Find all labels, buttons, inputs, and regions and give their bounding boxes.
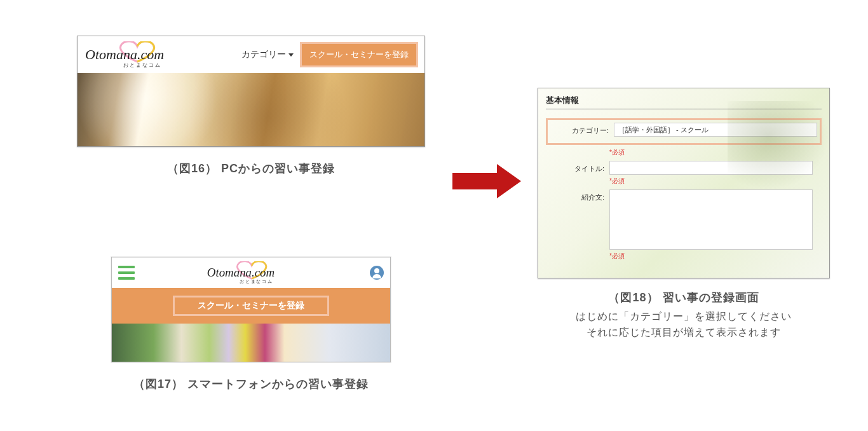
form-row-intro: 紹介文: *必須 [546, 189, 822, 261]
caret-down-icon [288, 53, 294, 57]
title-input[interactable] [609, 161, 813, 175]
required-badge: *必須 [609, 252, 822, 261]
section-title-basic-info: 基本情報 [546, 95, 822, 109]
hero-image-bread [78, 73, 424, 146]
required-badge: *必須 [609, 177, 822, 186]
hamburger-menu-icon[interactable] [118, 266, 135, 280]
site-logo[interactable] [84, 41, 192, 68]
pc-navbar: カテゴリー スクール・セミナーを登録 [78, 36, 424, 73]
sp-topbar [112, 257, 390, 288]
figure-17: スクール・セミナーを登録 （図17） スマートフォンからの習い事登録 [111, 257, 391, 392]
figure-18-note-2: それに応じた項目が増えて表示されます [538, 326, 830, 339]
pc-header-screenshot: カテゴリー スクール・セミナーを登録 [77, 36, 425, 147]
sp-register-band: スクール・セミナーを登録 [112, 288, 390, 324]
category-dropdown[interactable]: カテゴリー [241, 49, 294, 60]
figure-18: 基本情報 カテゴリー: ［語学・外国語］ - スクール *必須 タイトル: *必… [538, 88, 830, 339]
category-row-highlight: カテゴリー: ［語学・外国語］ - スクール [546, 118, 822, 145]
figure-16: カテゴリー スクール・セミナーを登録 （図16） PCからの習い事登録 [77, 36, 425, 176]
sp-header-screenshot: スクール・セミナーを登録 [111, 257, 391, 362]
figure-17-caption: （図17） スマートフォンからの習い事登録 [111, 376, 391, 392]
register-school-button[interactable]: スクール・セミナーを登録 [300, 42, 418, 67]
intro-textarea[interactable] [609, 189, 813, 250]
form-row-title: タイトル: *必須 [546, 161, 822, 186]
required-badge: *必須 [609, 148, 822, 157]
site-logo[interactable] [135, 261, 370, 284]
category-select[interactable]: ［語学・外国語］ - スクール [614, 123, 817, 137]
category-label: カテゴリー: [550, 123, 614, 135]
hero-image-salad [112, 324, 390, 362]
registration-form-screenshot: 基本情報 カテゴリー: ［語学・外国語］ - スクール *必須 タイトル: *必… [538, 88, 830, 278]
intro-label: 紹介文: [546, 189, 609, 202]
user-account-icon[interactable] [370, 266, 384, 280]
figure-18-caption: （図18） 習い事の登録画面 [538, 290, 830, 305]
figure-18-caption-block: （図18） 習い事の登録画面 はじめに「カテゴリー」を選択してください それに応… [538, 290, 830, 339]
category-dropdown-label: カテゴリー [241, 49, 286, 60]
figure-18-note-1: はじめに「カテゴリー」を選択してください [538, 310, 830, 324]
flow-arrow-icon [452, 164, 522, 198]
figure-16-caption: （図16） PCからの習い事登録 [77, 161, 425, 176]
title-label: タイトル: [546, 161, 609, 174]
register-school-button[interactable]: スクール・セミナーを登録 [173, 296, 329, 316]
form-row-category: カテゴリー: ［語学・外国語］ - スクール [550, 123, 817, 137]
